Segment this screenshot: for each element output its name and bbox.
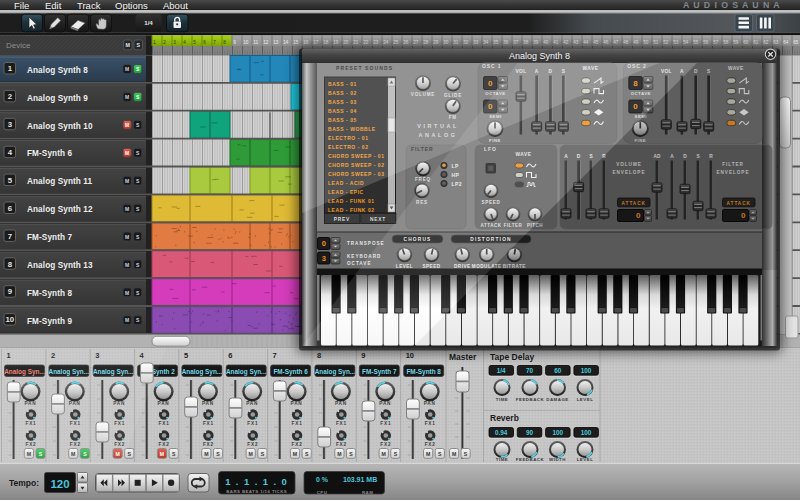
svg-text:49: 49 [633,40,639,45]
svg-text:57: 57 [713,40,719,45]
svg-text:M: M [452,451,456,457]
svg-text:1 . 1 . 1 . 0: 1 . 1 . 1 . 0 [225,476,288,487]
svg-text:7: 7 [213,40,216,45]
svg-text:24: 24 [383,40,389,45]
svg-text:16: 16 [303,40,309,45]
svg-text:32: 32 [463,40,469,45]
svg-text:27: 27 [413,40,419,45]
svg-text:3: 3 [8,120,13,129]
svg-text:1: 1 [8,64,13,73]
svg-text:S: S [128,451,132,457]
svg-text:35: 35 [493,40,499,45]
svg-text:100: 100 [552,429,563,436]
svg-text:M: M [125,234,129,240]
svg-text:FX1: FX1 [203,421,214,426]
svg-text:PAN: PAN [335,401,347,406]
svg-text:FX2: FX2 [425,442,436,447]
svg-text:7: 7 [273,351,277,360]
svg-text:8: 8 [223,40,226,45]
svg-text:46: 46 [603,40,609,45]
svg-text:M: M [125,290,129,296]
svg-text:50: 50 [643,40,649,45]
svg-text:41: 41 [553,40,559,45]
svg-text:36: 36 [503,40,509,45]
svg-text:55: 55 [693,40,699,45]
svg-text:120: 120 [50,478,69,490]
svg-text:FM-Synth 6: FM-Synth 6 [27,149,72,158]
svg-text:65: 65 [793,40,799,45]
svg-text:M: M [125,94,129,100]
svg-text:15: 15 [293,40,299,45]
svg-text:48: 48 [623,40,629,45]
svg-text:22: 22 [363,40,369,45]
svg-text:44: 44 [583,40,589,45]
svg-text:M: M [293,451,297,457]
svg-text:CPU: CPU [317,490,327,495]
svg-text:LEVEL: LEVEL [577,397,594,402]
svg-text:18: 18 [323,40,329,45]
svg-text:0: 0 [322,239,326,248]
svg-text:14: 14 [283,40,289,45]
svg-text:61: 61 [753,40,759,45]
svg-text:9: 9 [8,287,13,296]
svg-text:PAN: PAN [246,401,258,406]
svg-text:38: 38 [523,40,529,45]
svg-text:Analog Synth 10: Analog Synth 10 [27,122,93,131]
svg-text:Analog Synth 8: Analog Synth 8 [509,51,570,61]
svg-text:M: M [125,178,129,184]
svg-text:20: 20 [343,40,349,45]
svg-text:40: 40 [543,40,549,45]
svg-text:63: 63 [773,40,779,45]
svg-text:100: 100 [581,429,592,436]
svg-text:47: 47 [613,40,619,45]
svg-text:53: 53 [673,40,679,45]
svg-text:FX1: FX1 [247,421,258,426]
svg-text:S: S [136,42,140,48]
svg-text:S: S [216,451,220,457]
svg-text:Reverb: Reverb [490,413,519,423]
svg-text:WIDTH: WIDTH [549,457,566,462]
svg-text:Options: Options [115,0,148,11]
svg-text:M: M [382,451,386,457]
svg-text:58: 58 [723,40,729,45]
svg-text:5: 5 [184,351,188,360]
svg-text:FX1: FX1 [292,421,303,426]
svg-text:M: M [125,122,129,128]
svg-text:10: 10 [243,40,249,45]
svg-text:90: 90 [526,429,534,436]
svg-text:30: 30 [443,40,449,45]
svg-text:FM-Synth 9: FM-Synth 9 [27,317,72,326]
svg-text:45: 45 [593,40,599,45]
svg-text:10: 10 [5,315,14,324]
svg-text:M: M [125,42,130,48]
svg-text:8: 8 [8,260,13,269]
svg-text:0.94: 0.94 [495,429,508,436]
svg-text:M: M [204,451,208,457]
svg-text:1/4: 1/4 [144,19,153,26]
svg-text:54: 54 [683,40,689,45]
svg-text:LEVEL: LEVEL [577,457,594,462]
svg-text:FM-Synth 8: FM-Synth 8 [406,368,441,376]
svg-text:FX2: FX2 [203,442,214,447]
svg-text:FX1: FX1 [159,421,170,426]
svg-text:FM-Synth 7: FM-Synth 7 [362,368,397,376]
svg-text:Device: Device [6,41,31,50]
svg-text:62: 62 [763,40,769,45]
svg-text:4: 4 [183,40,186,45]
svg-text:TIME: TIME [496,397,509,402]
svg-text:S: S [349,451,353,457]
svg-text:26: 26 [403,40,409,45]
svg-text:M: M [426,451,430,457]
svg-text:59: 59 [733,40,739,45]
svg-text:19: 19 [333,40,339,45]
svg-text:21: 21 [353,40,359,45]
svg-text:9: 9 [233,40,236,45]
svg-text:28: 28 [423,40,429,45]
svg-text:1/4: 1/4 [497,367,506,374]
svg-text:S: S [394,451,398,457]
svg-text:43: 43 [573,40,579,45]
svg-text:FX1: FX1 [380,421,391,426]
svg-text:M: M [125,150,129,156]
svg-text:60: 60 [554,367,562,374]
svg-text:39: 39 [533,40,539,45]
